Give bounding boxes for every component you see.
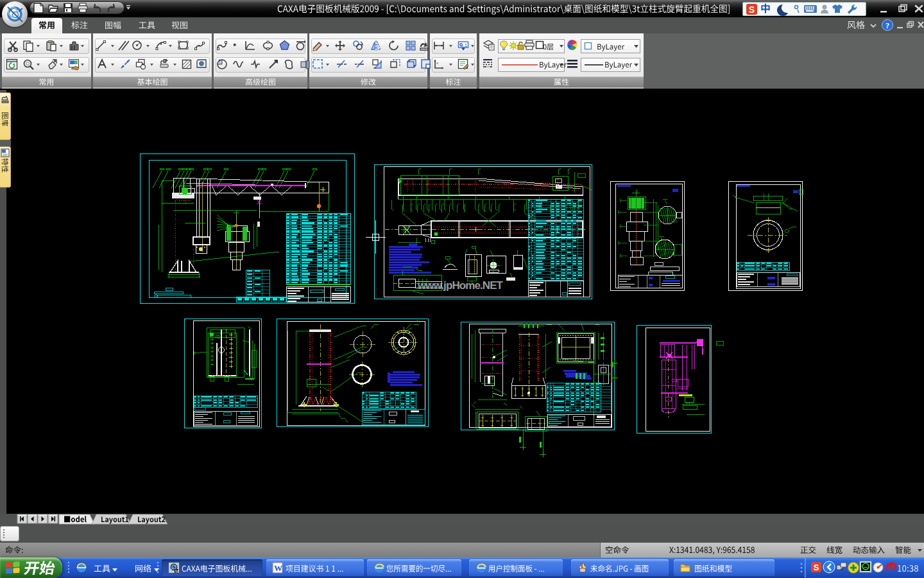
svg-text:M: M xyxy=(175,569,178,574)
svg-text:0.1: 0.1 xyxy=(460,42,468,48)
svg-text:W: W xyxy=(274,563,282,573)
svg-text:S: S xyxy=(814,563,819,572)
svg-text:S: S xyxy=(749,4,755,15)
svg-text:x: x xyxy=(436,61,438,65)
